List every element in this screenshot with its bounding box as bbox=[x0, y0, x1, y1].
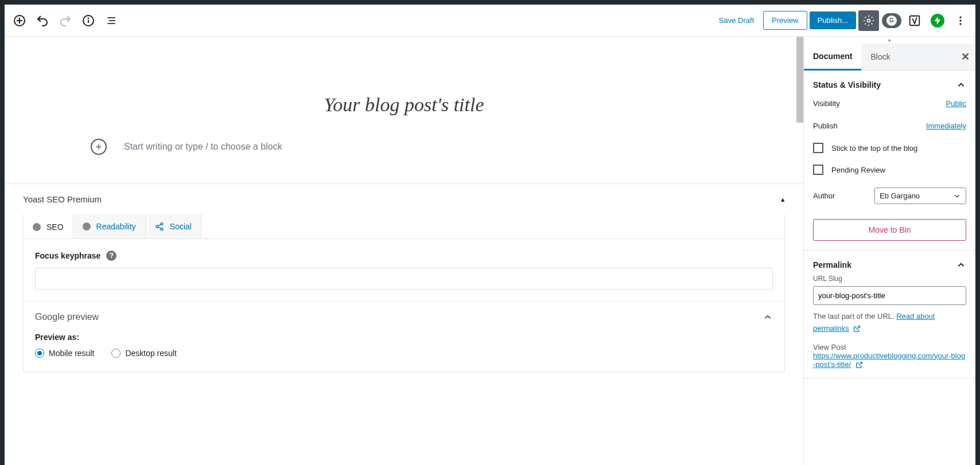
top-toolbar: Save Draft Preview Publish... G bbox=[5, 5, 975, 37]
move-to-bin-button[interactable]: Move to Bin bbox=[813, 219, 966, 241]
status-visibility-toggle[interactable]: Status & Visibility bbox=[813, 80, 966, 90]
jetpack-button[interactable] bbox=[927, 10, 948, 31]
chevron-down-icon bbox=[953, 192, 961, 200]
desktop-result-label: Desktop result bbox=[125, 349, 176, 358]
author-value: Eb Gargano bbox=[880, 192, 920, 200]
close-sidebar-button[interactable]: ✕ bbox=[961, 50, 970, 63]
svg-marker-11 bbox=[935, 17, 940, 25]
scroll-up-arrow[interactable]: ▴ bbox=[804, 37, 975, 44]
google-preview-toggle[interactable]: Google preview bbox=[24, 301, 784, 333]
svg-point-12 bbox=[959, 16, 961, 18]
plus-icon bbox=[94, 142, 103, 151]
focus-keyphrase-label: Focus keyphrase bbox=[35, 251, 100, 260]
post-title-input[interactable]: Your blog post's title bbox=[39, 94, 769, 116]
mobile-result-label: Mobile result bbox=[49, 349, 94, 358]
tab-block[interactable]: Block bbox=[861, 44, 899, 69]
gear-icon bbox=[863, 15, 874, 26]
permalink-desc-prefix: The last part of the URL. bbox=[813, 312, 896, 321]
preview-as-label: Preview as: bbox=[24, 333, 784, 349]
external-link-icon bbox=[855, 361, 863, 369]
help-icon[interactable]: ? bbox=[106, 251, 116, 261]
chevron-up-icon bbox=[956, 260, 966, 270]
publish-label: Publish bbox=[813, 122, 838, 130]
chevron-up-icon bbox=[763, 312, 773, 322]
svg-line-20 bbox=[158, 224, 161, 226]
preview-button[interactable]: Preview bbox=[763, 11, 807, 30]
publish-button[interactable]: Publish... bbox=[810, 11, 856, 29]
svg-point-9 bbox=[868, 19, 870, 22]
preview-mobile-radio[interactable]: Mobile result bbox=[35, 349, 94, 358]
editor-scrollbar[interactable] bbox=[796, 37, 803, 123]
radio-checked-icon bbox=[35, 349, 44, 358]
share-icon bbox=[155, 222, 164, 231]
svg-line-21 bbox=[158, 227, 161, 229]
yoast-tab-readability-label: Readability bbox=[96, 222, 136, 231]
save-draft-link[interactable]: Save Draft bbox=[712, 11, 761, 29]
svg-line-22 bbox=[857, 326, 860, 329]
url-slug-input[interactable] bbox=[813, 286, 966, 305]
preview-desktop-radio[interactable]: Desktop result bbox=[111, 349, 176, 358]
svg-line-23 bbox=[858, 362, 862, 365]
readability-status-dot bbox=[83, 222, 91, 230]
radio-unchecked-icon bbox=[111, 349, 120, 358]
permalink-toggle[interactable]: Permalink bbox=[813, 260, 966, 270]
yoast-panel-toggle[interactable]: Yoast SEO Premium ▴ bbox=[23, 184, 785, 214]
status-visibility-title: Status & Visibility bbox=[813, 80, 881, 89]
block-placeholder[interactable]: Start writing or type / to choose a bloc… bbox=[124, 142, 282, 152]
svg-point-5 bbox=[88, 18, 89, 18]
permalink-title: Permalink bbox=[813, 260, 851, 269]
svg-rect-10 bbox=[910, 15, 920, 25]
svg-point-18 bbox=[156, 225, 158, 228]
chevron-up-icon: ▴ bbox=[781, 195, 785, 204]
yoast-icon bbox=[908, 14, 921, 27]
pending-review-label: Pending Review bbox=[831, 166, 885, 174]
svg-point-17 bbox=[161, 222, 163, 225]
yoast-tab-seo-label: SEO bbox=[46, 222, 64, 232]
tab-document[interactable]: Document bbox=[804, 44, 861, 71]
focus-keyphrase-input[interactable] bbox=[35, 268, 773, 290]
undo-button[interactable] bbox=[32, 10, 53, 31]
svg-point-13 bbox=[959, 19, 961, 21]
add-block-button[interactable] bbox=[9, 10, 30, 31]
yoast-tab-readability[interactable]: Readability bbox=[73, 214, 146, 239]
grammarly-button[interactable]: G bbox=[881, 10, 902, 31]
yoast-panel-title: Yoast SEO Premium bbox=[23, 194, 102, 204]
editor-area: Your blog post's title Start writing or … bbox=[5, 37, 803, 465]
stick-top-label: Stick to the top of the blog bbox=[831, 144, 917, 153]
external-link-icon bbox=[853, 325, 861, 333]
google-preview-label: Google preview bbox=[35, 312, 99, 322]
svg-point-14 bbox=[959, 23, 961, 25]
visibility-value-link[interactable]: Public bbox=[946, 99, 966, 108]
url-slug-label: URL Slug bbox=[813, 275, 966, 283]
chevron-up-icon bbox=[956, 80, 966, 90]
settings-button[interactable] bbox=[858, 10, 879, 31]
more-menu-button[interactable] bbox=[950, 10, 971, 31]
svg-point-19 bbox=[161, 228, 163, 230]
more-vertical-icon bbox=[955, 15, 966, 26]
author-label: Author bbox=[813, 192, 835, 200]
stick-top-checkbox[interactable] bbox=[813, 143, 823, 153]
pending-review-checkbox[interactable] bbox=[813, 165, 823, 175]
lightning-icon bbox=[934, 17, 941, 25]
seo-status-dot bbox=[33, 223, 41, 231]
redo-button[interactable] bbox=[55, 10, 76, 31]
yoast-tab-social-label: Social bbox=[170, 222, 192, 231]
settings-sidebar: ▴ Document Block ✕ Status & Visibility V… bbox=[803, 37, 975, 465]
outline-button[interactable] bbox=[101, 10, 122, 31]
publish-value-link[interactable]: Immediately bbox=[926, 122, 966, 130]
yoast-button[interactable] bbox=[904, 10, 925, 31]
author-select[interactable]: Eb Gargano bbox=[874, 187, 966, 204]
yoast-tab-social[interactable]: Social bbox=[146, 214, 201, 239]
add-block-inline-button[interactable] bbox=[91, 139, 107, 155]
view-post-label: View Post bbox=[813, 343, 846, 351]
visibility-label: Visibility bbox=[813, 99, 840, 108]
info-button[interactable] bbox=[78, 10, 99, 31]
yoast-tab-seo[interactable]: SEO bbox=[24, 214, 73, 239]
view-post-url-link[interactable]: https://www.productiveblogging.com/your-… bbox=[813, 351, 965, 369]
